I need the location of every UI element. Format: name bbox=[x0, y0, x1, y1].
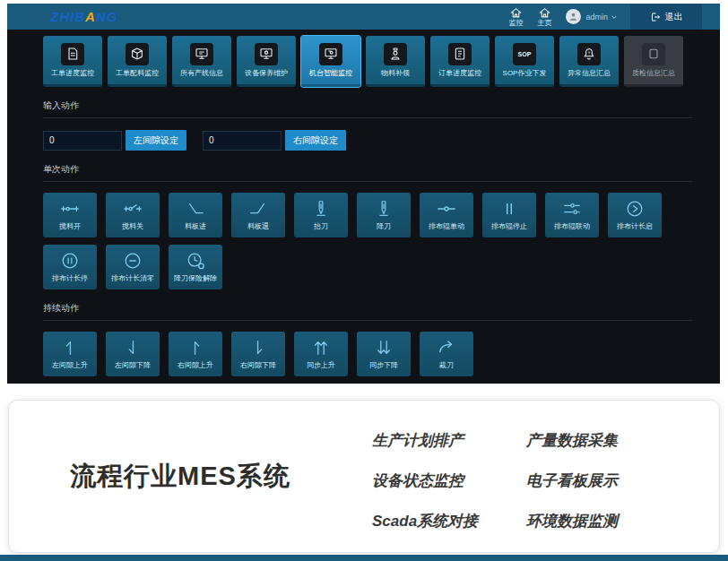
action-sync-up[interactable]: 同步上升 bbox=[294, 332, 348, 376]
knife-lower-icon bbox=[374, 199, 394, 219]
work-order-progress-icon bbox=[61, 43, 84, 65]
nav-monitor[interactable]: 监控 bbox=[508, 7, 523, 27]
alert-bell-icon bbox=[577, 43, 601, 65]
feature-item: 环境数据监测 bbox=[526, 511, 680, 531]
maintenance-monitor-icon bbox=[255, 43, 278, 65]
board-out-icon bbox=[248, 199, 268, 219]
knife-raise-icon bbox=[311, 199, 331, 219]
mes-app-window: ZHIBANG 监控 主页 admin 退出 bbox=[7, 4, 720, 384]
safety-release-icon bbox=[186, 251, 205, 271]
avatar bbox=[566, 9, 581, 24]
logout-icon bbox=[650, 12, 661, 22]
brand-logo: ZHIBANG bbox=[50, 9, 117, 24]
action-knife-raise[interactable]: 抬刀 bbox=[294, 193, 348, 237]
roller-stop-icon bbox=[499, 199, 519, 219]
action-counter-start[interactable]: 排布计长启 bbox=[608, 193, 662, 237]
arrow-down-right-icon bbox=[248, 338, 268, 358]
counter-stop-icon bbox=[60, 251, 80, 271]
action-right-gap-down[interactable]: 右间隙下降 bbox=[231, 332, 285, 376]
action-right-gap-up[interactable]: 右间隙上升 bbox=[169, 332, 222, 376]
production-line-monitor-icon bbox=[190, 43, 213, 65]
feature-item: 设备状态监控 bbox=[372, 470, 526, 491]
double-arrow-down-icon bbox=[374, 338, 394, 358]
counter-clear-icon bbox=[123, 251, 143, 271]
action-counter-stop[interactable]: 排布计长停 bbox=[43, 245, 97, 289]
nav-monitor-label: 监控 bbox=[508, 19, 523, 27]
stir-on-icon bbox=[60, 199, 80, 219]
input-actions-row: 左间隙设定 右间隙设定 bbox=[43, 130, 720, 151]
tile-work-order-batching[interactable]: 工单配料监控 bbox=[108, 36, 167, 87]
order-list-icon bbox=[448, 43, 472, 65]
home-monitor-icon bbox=[510, 7, 522, 19]
logout-button[interactable]: 退出 bbox=[630, 4, 702, 30]
product-info-card: 流程行业MES系统 生产计划排产 产量数据采集 设备状态监控 电子看板展示 Sc… bbox=[8, 400, 720, 553]
feature-list: 生产计划排产 产量数据采集 设备状态监控 电子看板展示 Scada系统对接 环境… bbox=[372, 430, 680, 531]
user-name: admin bbox=[585, 13, 608, 22]
feature-item: 生产计划排产 bbox=[372, 430, 526, 451]
tile-sop-dispatch[interactable]: SOP SOP作业下发 bbox=[495, 36, 554, 87]
roller-linked-icon bbox=[562, 199, 582, 219]
logout-label: 退出 bbox=[665, 11, 683, 23]
action-board-out[interactable]: 料板退 bbox=[231, 193, 285, 237]
nav-home-label: 主页 bbox=[537, 19, 551, 27]
material-person-icon bbox=[384, 43, 407, 65]
app-header: ZHIBANG 监控 主页 admin 退出 bbox=[7, 4, 720, 30]
main-content: 工单进度监控 工单配料监控 所有产线信息 设备保养维护 机台智能监控 物料补领 bbox=[7, 30, 720, 376]
left-gap-input[interactable] bbox=[43, 131, 122, 151]
tile-abnormal-summary[interactable]: 异常信息汇总 bbox=[559, 36, 619, 87]
action-knife-lower[interactable]: 降刀 bbox=[357, 193, 411, 237]
single-actions-row-1: 搅料开 搅料关 料板进 料板退 抬刀 降刀 bbox=[43, 193, 720, 237]
action-left-gap-down[interactable]: 左间隙下降 bbox=[106, 332, 160, 376]
action-cut-knife[interactable]: 裁刀 bbox=[420, 332, 473, 376]
action-left-gap-up[interactable]: 左间隙上升 bbox=[43, 332, 97, 376]
board-in-icon bbox=[186, 199, 205, 219]
double-arrow-up-icon bbox=[311, 338, 331, 358]
arrow-up-left-icon bbox=[60, 338, 80, 358]
right-gap-group: 右间隙设定 bbox=[203, 130, 346, 151]
stir-off-icon bbox=[123, 199, 143, 219]
quality-icon bbox=[642, 43, 665, 65]
section-title-input-actions: 输入动作 bbox=[43, 99, 692, 118]
action-roller-linked[interactable]: 排布辊联动 bbox=[545, 193, 599, 237]
batching-box-icon bbox=[126, 43, 149, 65]
left-gap-set-button[interactable]: 左间隙设定 bbox=[126, 130, 186, 151]
arrow-down-left-icon bbox=[123, 338, 143, 358]
sop-icon: SOP bbox=[513, 43, 536, 65]
feature-item: Scada系统对接 bbox=[372, 511, 526, 531]
tile-material-replenish[interactable]: 物料补领 bbox=[366, 36, 425, 87]
machine-monitor-camera-icon bbox=[319, 43, 342, 65]
page-bottom-bar bbox=[0, 555, 728, 561]
action-roller-stop[interactable]: 排布辊停止 bbox=[482, 193, 536, 237]
curved-arrow-icon bbox=[437, 338, 456, 358]
right-gap-set-button[interactable]: 右间隙设定 bbox=[285, 130, 346, 151]
tile-quality-summary: 质检信息汇总 bbox=[624, 36, 683, 87]
action-sync-down[interactable]: 同步下降 bbox=[357, 332, 411, 376]
product-title: 流程行业MES系统 bbox=[70, 459, 290, 495]
tile-production-line-info[interactable]: 所有产线信息 bbox=[172, 36, 231, 87]
action-stir-on[interactable]: 搅料开 bbox=[43, 193, 97, 237]
action-board-in[interactable]: 料板进 bbox=[169, 193, 222, 237]
tile-equipment-maintenance[interactable]: 设备保养维护 bbox=[237, 36, 296, 87]
home-icon bbox=[539, 7, 550, 19]
nav-home[interactable]: 主页 bbox=[537, 7, 551, 27]
arrow-up-right-icon bbox=[186, 338, 205, 358]
module-tiles: 工单进度监控 工单配料监控 所有产线信息 设备保养维护 机台智能监控 物料补领 bbox=[43, 36, 720, 87]
right-gap-input[interactable] bbox=[203, 131, 282, 151]
continuous-actions-row: 左间隙上升 左间隙下降 右间隙上升 右间隙下降 同步上升 同步下降 bbox=[43, 332, 720, 376]
action-counter-clear[interactable]: 排布计长清零 bbox=[106, 245, 160, 289]
feature-item: 电子看板展示 bbox=[526, 470, 680, 491]
tile-work-order-progress[interactable]: 工单进度监控 bbox=[43, 36, 102, 87]
user-menu[interactable]: admin bbox=[566, 9, 618, 24]
counter-start-icon bbox=[625, 199, 645, 219]
action-safety-release[interactable]: 降刀保险解除 bbox=[169, 245, 222, 289]
action-roller-single[interactable]: 排布辊单动 bbox=[420, 193, 473, 237]
tile-order-progress[interactable]: 订单进度监控 bbox=[430, 36, 490, 87]
section-title-single-actions: 单次动作 bbox=[43, 163, 692, 182]
tile-machine-smart-monitor[interactable]: 机台智能监控 bbox=[301, 36, 360, 87]
left-gap-group: 左间隙设定 bbox=[43, 130, 186, 151]
roller-single-icon bbox=[437, 199, 456, 219]
section-title-continuous-actions: 持续动作 bbox=[43, 302, 692, 321]
feature-item: 产量数据采集 bbox=[526, 430, 680, 451]
action-stir-off[interactable]: 搅料关 bbox=[106, 193, 160, 237]
chevron-down-icon bbox=[611, 13, 618, 21]
